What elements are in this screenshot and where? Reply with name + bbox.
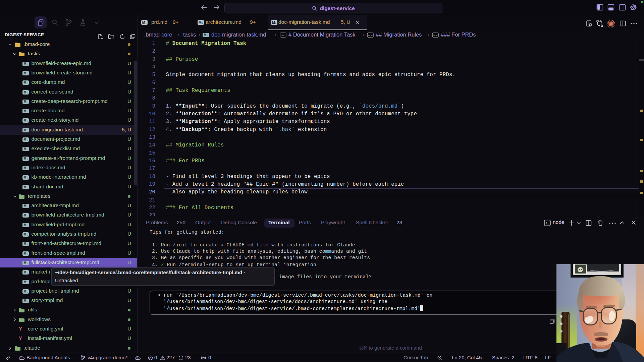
svg-text:abc: abc <box>281 34 285 37</box>
svg-text:abc: abc <box>433 34 438 37</box>
svg-text:abc: abc <box>368 34 373 37</box>
